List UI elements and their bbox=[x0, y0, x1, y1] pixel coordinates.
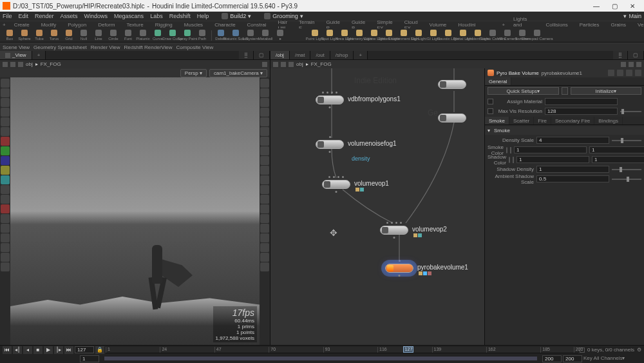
path-node[interactable]: FX_FOG bbox=[41, 61, 61, 67]
menu-assets[interactable]: Assets bbox=[61, 13, 78, 19]
initialize-dropdown[interactable]: Initialize ▾ bbox=[571, 87, 642, 95]
tablet-icon[interactable] bbox=[1, 224, 10, 233]
tab-mat[interactable]: /mat bbox=[290, 51, 311, 59]
shelf-gamepadcam-button[interactable]: Gamepad Camera bbox=[530, 29, 544, 42]
move-tool-icon[interactable] bbox=[1, 108, 10, 117]
snap-point-icon[interactable] bbox=[1, 185, 10, 194]
shelf-circle-button[interactable]: Circle bbox=[106, 29, 120, 42]
shelf-tab[interactable]: Vellum bbox=[634, 21, 644, 28]
desktop-selector-main[interactable]: ▾ Main bbox=[623, 13, 641, 19]
tl-nextkey-button[interactable]: ⎮▸ bbox=[54, 346, 63, 354]
gear-icon[interactable] bbox=[260, 262, 269, 271]
home-icon[interactable] bbox=[18, 62, 23, 67]
net-home-icon[interactable] bbox=[289, 62, 294, 67]
disp-ghost-icon[interactable] bbox=[260, 214, 269, 223]
shelf-path-button[interactable]: Path bbox=[195, 29, 209, 42]
param-help-icon[interactable] bbox=[626, 70, 632, 76]
shelf-envlight-button[interactable]: Environment Light bbox=[397, 29, 411, 42]
tab-plus[interactable]: + bbox=[32, 51, 46, 59]
select-tool-icon[interactable] bbox=[1, 79, 10, 88]
render-region-icon[interactable] bbox=[1, 262, 10, 271]
shelf-sphere-button[interactable]: Sphere bbox=[17, 29, 32, 42]
node-partial-top[interactable] bbox=[438, 80, 466, 89]
back-icon[interactable] bbox=[3, 62, 8, 67]
shelf-font-button[interactable]: Font bbox=[121, 29, 135, 42]
scale-tool-icon[interactable] bbox=[1, 127, 10, 136]
disp-group-icon[interactable] bbox=[260, 243, 269, 252]
tab-plus-net[interactable]: + bbox=[354, 51, 368, 59]
menu-edit[interactable]: Edit bbox=[19, 13, 29, 19]
shelf-tab[interactable]: Particles bbox=[576, 21, 603, 28]
flipbook-icon[interactable] bbox=[1, 253, 10, 262]
snap-curve-icon[interactable] bbox=[1, 204, 10, 213]
shelf-lsystem-button[interactable]: L-System bbox=[243, 29, 258, 42]
tl-stop-button[interactable]: ■ bbox=[33, 346, 43, 354]
net-pin-icon[interactable] bbox=[636, 62, 641, 67]
timeline-current-input[interactable] bbox=[75, 346, 94, 353]
inspect-icon[interactable] bbox=[1, 243, 10, 252]
pin-icon[interactable] bbox=[262, 62, 267, 67]
node-partial-mid[interactable] bbox=[438, 113, 466, 123]
timeline-end-in-input[interactable] bbox=[542, 355, 562, 362]
shelf-platonic-button[interactable]: Platonic bbox=[136, 29, 150, 42]
disp-hull-icon[interactable] bbox=[260, 204, 269, 213]
smoke-color-swatch[interactable] bbox=[510, 147, 511, 153]
tl-last-button[interactable]: ⏭ bbox=[64, 346, 73, 354]
shelf-tube-button[interactable]: Tube bbox=[32, 29, 46, 42]
green-tool-icon[interactable] bbox=[1, 146, 10, 155]
timeline-ruler[interactable]: 1 24 47 70 93 116 127 139 162 185 200 bbox=[106, 347, 578, 353]
key-mode-dropdown[interactable]: Key All Channels▾ bbox=[583, 355, 641, 362]
quick-setups-btn[interactable] bbox=[562, 87, 568, 95]
shelf-tab[interactable]: Rigging bbox=[152, 21, 176, 28]
param-pin-icon[interactable] bbox=[635, 70, 641, 76]
menu-megascans[interactable]: Megascans bbox=[114, 13, 144, 19]
shelf-tab[interactable]: Muscles bbox=[181, 21, 206, 28]
menu-file[interactable]: File bbox=[3, 13, 12, 19]
shelf-tab[interactable]: Polygon bbox=[64, 21, 90, 28]
shelf-tab[interactable]: Grains bbox=[607, 21, 629, 28]
shelf-tab[interactable]: Collisions bbox=[543, 21, 571, 28]
menu-help[interactable]: Help bbox=[197, 13, 209, 19]
net-path-node[interactable]: FX_FOG bbox=[311, 61, 332, 67]
shelf-tab[interactable]: Volume bbox=[426, 21, 450, 28]
shelf-tab[interactable]: Constrai bbox=[244, 21, 270, 28]
viewport-camera-select[interactable]: cam1_bakeCamera ▾ bbox=[209, 69, 267, 77]
tab-view[interactable]: _View bbox=[0, 51, 32, 59]
assign-material-checkbox[interactable] bbox=[488, 99, 493, 104]
disp-xray-icon[interactable] bbox=[260, 233, 269, 242]
disp-shaded-icon[interactable] bbox=[260, 127, 269, 136]
window-maximize-button[interactable]: ▢ bbox=[605, 1, 623, 11]
fwd-icon[interactable] bbox=[10, 62, 15, 67]
shelf-pointlight-button[interactable]: Point Light bbox=[308, 29, 322, 42]
net-gear-icon[interactable] bbox=[629, 62, 634, 67]
viewport-persp-select[interactable]: Persp ▾ bbox=[180, 69, 207, 77]
menu-windows[interactable]: Windows bbox=[84, 13, 108, 19]
node-volumevop1[interactable]: volumevop1 bbox=[322, 180, 350, 189]
subtab-fire[interactable]: Fire bbox=[534, 117, 551, 124]
quick-setups-dropdown[interactable]: Quick Setups ▾ bbox=[488, 87, 559, 95]
shadow-color-swatch-k[interactable] bbox=[509, 157, 510, 163]
pane-opts-icon[interactable]: ⣿ bbox=[239, 51, 254, 59]
shelf-vrcam-button[interactable]: VR Camera bbox=[500, 29, 515, 42]
shadow-color-swatch[interactable] bbox=[513, 157, 514, 163]
tl-prevkey-button[interactable]: ◂⎮ bbox=[13, 346, 22, 354]
disp-guides-icon[interactable] bbox=[260, 195, 269, 204]
timeline-end-input[interactable] bbox=[563, 355, 582, 362]
shadow-density-slider[interactable] bbox=[612, 169, 641, 170]
viewport-3d[interactable]: 17fps 60.44ms 1 prims 1 points 1,972,588… bbox=[10, 77, 260, 345]
maxvisres-checkbox[interactable] bbox=[488, 108, 493, 114]
desktop-selector-build[interactable]: Build2 ▾ bbox=[222, 13, 251, 19]
disp-cam-icon[interactable] bbox=[260, 175, 269, 184]
snap-grid-icon[interactable] bbox=[1, 195, 10, 204]
disp-bg-icon[interactable] bbox=[260, 166, 269, 175]
disp-normals-icon[interactable] bbox=[260, 98, 269, 107]
smoke-color-swatch-k[interactable] bbox=[506, 147, 507, 153]
shelf-grid-button[interactable]: Grid bbox=[62, 29, 76, 42]
shelf-tab[interactable]: Texture bbox=[123, 21, 146, 28]
pane-max-icon[interactable]: ▢ bbox=[254, 51, 270, 59]
param-info-icon[interactable] bbox=[617, 70, 623, 76]
window-minimize-button[interactable]: — bbox=[587, 1, 605, 11]
shelf-spotlight-button[interactable]: Spot Light bbox=[323, 29, 337, 42]
net-back-icon[interactable] bbox=[273, 62, 278, 67]
cyan-tool-icon[interactable] bbox=[1, 175, 10, 184]
